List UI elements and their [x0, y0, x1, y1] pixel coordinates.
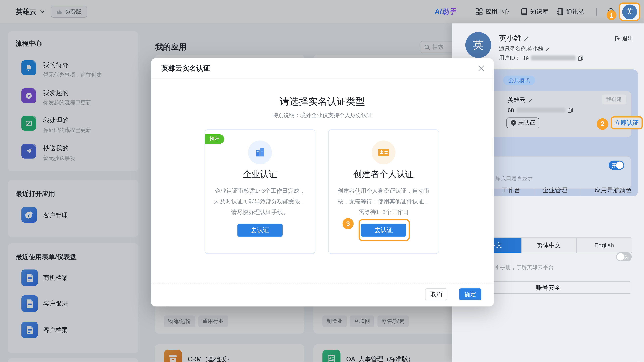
modal-header: 英雄云实名认证 — [151, 58, 494, 78]
go-verify-enterprise-button[interactable]: 去认证 — [238, 224, 282, 237]
entry-display-text: 库入口是否显示 — [495, 175, 533, 182]
logout-icon — [614, 36, 620, 42]
entry-display-toggle[interactable]: 开 — [608, 161, 624, 170]
option-title: 创建者个人认证 — [328, 168, 438, 180]
close-icon[interactable] — [478, 65, 485, 72]
real-name-auth-modal: 英雄云实名认证 请选择实名认证类型 特别说明：境外企业仅支持个人身份认证 推荐 … — [151, 58, 494, 306]
team-name-row: 英雄云 — [508, 96, 533, 104]
user-name: 英小雄 — [499, 33, 521, 43]
option-title: 企业认证 — [205, 168, 315, 180]
edit-pencil-icon[interactable] — [524, 36, 530, 41]
recommended-badge: 推荐 — [205, 134, 224, 144]
avatar: 英 — [466, 32, 491, 58]
status-label: 未认证 — [518, 119, 535, 126]
language-option-en[interactable]: English — [576, 238, 632, 253]
guide-text: 引手册，了解英雄云平台 — [495, 264, 554, 271]
user-id-row: 用户ID： 19 — [499, 54, 584, 62]
toggle-on-label: 开 — [612, 162, 616, 169]
copy-icon[interactable] — [567, 107, 573, 113]
cancel-button[interactable]: 取消 — [425, 288, 447, 300]
user-name-row: 英小雄 — [499, 33, 530, 43]
enterprise-buildings-icon — [248, 140, 272, 164]
option-card-enterprise[interactable]: 推荐 企业认证 企业认证审核需1~3个工作日完成， 未及时认证可能导致部分功能受… — [204, 129, 316, 254]
toggle-knob — [616, 161, 623, 169]
annotation-step-1: 1 — [606, 10, 616, 20]
created-by-me-badge: 我创建 — [602, 94, 626, 104]
modal-heading: 请选择实名认证类型 — [151, 95, 494, 108]
modal-title: 英雄云实名认证 — [161, 58, 210, 78]
user-id-label: 用户ID： — [499, 54, 520, 62]
seal-icon: ! — [510, 120, 516, 126]
user-id-prefix: 19 — [523, 55, 529, 61]
annotation-avatar-highlight: 英 — [619, 2, 640, 21]
annotation-step-3: 3 — [342, 218, 354, 229]
team-id-row: 68 — [508, 107, 573, 114]
topbar-avatar[interactable]: 英 — [622, 4, 637, 19]
copy-icon[interactable] — [578, 55, 584, 60]
option-description: 创建者使用个人身份证认证，自动审 核，无需等待；使用其他证件认证， 需等待1~3… — [328, 185, 438, 217]
toggle-off-label: 关 — [624, 254, 629, 261]
svg-text:!: ! — [513, 121, 514, 125]
go-verify-personal-button[interactable]: 去认证 — [361, 224, 406, 237]
verify-now-button[interactable]: 立即认证 — [611, 116, 643, 129]
modal-footer-divider — [151, 283, 494, 283]
edit-pencil-icon[interactable] — [545, 47, 550, 51]
public-mode-badge: 公共模式 — [503, 76, 535, 85]
language-option-zh-tw[interactable]: 繁体中文 — [521, 238, 576, 253]
team-id-redacted — [516, 108, 565, 112]
guide-toggle[interactable]: 关 — [616, 252, 632, 261]
option-card-personal[interactable]: 创建者个人认证 创建者使用个人身份证认证，自动审 核，无需等待；使用其他证件认证… — [328, 129, 439, 254]
language-selector: 中文 繁体中文 English — [471, 238, 632, 253]
modal-note: 特别说明：境外企业仅支持个人身份认证 — [151, 112, 494, 119]
annotation-step-2: 2 — [597, 118, 608, 130]
edit-pencil-icon[interactable] — [528, 98, 533, 102]
team-id-prefix: 68 — [508, 107, 514, 114]
confirm-button[interactable]: 确定 — [459, 288, 481, 300]
option-description: 企业认证审核需1~3个工作日完成， 未及时认证可能导致部分功能受限， 请尽快办理… — [205, 185, 315, 217]
user-id-redacted — [531, 56, 576, 60]
status-badge-unverified: ! 未认证 — [506, 118, 539, 128]
id-card-icon — [372, 140, 396, 164]
contact-name: 通讯录名称:英小雄 — [499, 45, 544, 52]
team-name: 英雄云 — [508, 96, 526, 104]
contact-name-row: 通讯录名称:英小雄 — [499, 45, 550, 52]
app-root: 英雄云 免费版 AI助手 应用中心 知识库 — [0, 0, 644, 362]
logout-label: 退出 — [622, 35, 633, 42]
logout-button[interactable]: 退出 — [614, 35, 634, 42]
toggle-knob — [617, 253, 624, 260]
